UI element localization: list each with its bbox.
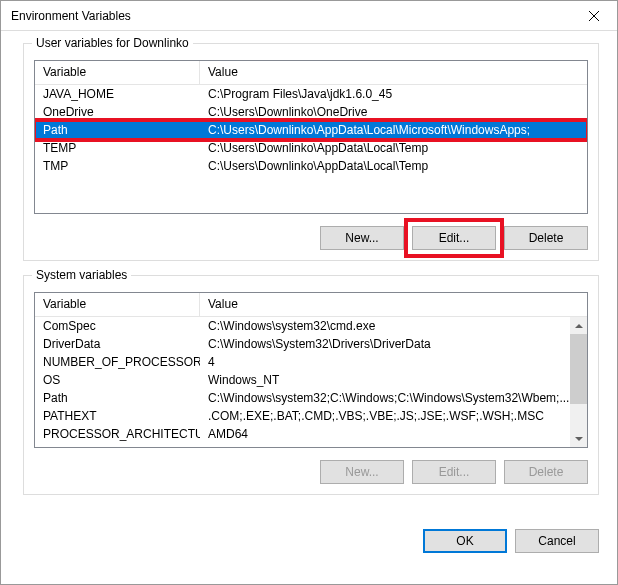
user-col-value[interactable]: Value xyxy=(200,61,587,84)
system-variables-table[interactable]: Variable Value ComSpec C:\Windows\system… xyxy=(34,292,588,448)
cell-value: C:\Users\Downlinko\AppData\Local\Temp xyxy=(200,141,587,155)
user-delete-button[interactable]: Delete xyxy=(504,226,588,250)
cell-variable: DriverData xyxy=(35,337,200,351)
cell-variable: Path xyxy=(35,123,200,137)
system-delete-button[interactable]: Delete xyxy=(504,460,588,484)
system-col-variable[interactable]: Variable xyxy=(35,293,200,316)
system-table-body: ComSpec C:\Windows\system32\cmd.exe Driv… xyxy=(35,317,570,443)
cell-value: C:\Users\Downlinko\AppData\Local\Temp xyxy=(200,159,587,173)
table-row[interactable]: TMP C:\Users\Downlinko\AppData\Local\Tem… xyxy=(35,157,587,175)
cell-value: 4 xyxy=(200,355,570,369)
cell-variable: PROCESSOR_ARCHITECTURE xyxy=(35,427,200,441)
scroll-down-icon[interactable] xyxy=(570,430,587,447)
user-table-header: Variable Value xyxy=(35,61,587,85)
system-scrollbar[interactable] xyxy=(570,317,587,447)
system-table-header: Variable Value xyxy=(35,293,587,317)
table-row[interactable]: NUMBER_OF_PROCESSORS 4 xyxy=(35,353,570,371)
table-row-selected[interactable]: Path C:\Users\Downlinko\AppData\Local\Mi… xyxy=(35,121,587,139)
table-row[interactable]: JAVA_HOME C:\Program Files\Java\jdk1.6.0… xyxy=(35,85,587,103)
cell-value: .COM;.EXE;.BAT;.CMD;.VBS;.VBE;.JS;.JSE;.… xyxy=(200,409,570,423)
scroll-up-icon[interactable] xyxy=(570,317,587,334)
cell-variable: JAVA_HOME xyxy=(35,87,200,101)
user-new-button[interactable]: New... xyxy=(320,226,404,250)
window-title: Environment Variables xyxy=(11,9,571,23)
user-col-variable[interactable]: Variable xyxy=(35,61,200,84)
cell-variable: TMP xyxy=(35,159,200,173)
system-col-value[interactable]: Value xyxy=(200,293,570,316)
cell-value: C:\Users\Downlinko\AppData\Local\Microso… xyxy=(200,123,587,137)
user-variables-group: User variables for Downlinko Variable Va… xyxy=(23,43,599,261)
system-edit-button[interactable]: Edit... xyxy=(412,460,496,484)
scroll-thumb[interactable] xyxy=(570,334,587,404)
system-variables-title: System variables xyxy=(32,268,131,282)
table-row[interactable]: DriverData C:\Windows\System32\Drivers\D… xyxy=(35,335,570,353)
user-edit-button[interactable]: Edit... xyxy=(412,226,496,250)
cell-value: C:\Windows\system32\cmd.exe xyxy=(200,319,570,333)
system-button-row: New... Edit... Delete xyxy=(34,460,588,484)
close-icon xyxy=(589,11,599,21)
table-row[interactable]: ComSpec C:\Windows\system32\cmd.exe xyxy=(35,317,570,335)
user-variables-title: User variables for Downlinko xyxy=(32,36,193,50)
cell-value: C:\Windows\System32\Drivers\DriverData xyxy=(200,337,570,351)
table-row[interactable]: OS Windows_NT xyxy=(35,371,570,389)
table-row[interactable]: PATHEXT .COM;.EXE;.BAT;.CMD;.VBS;.VBE;.J… xyxy=(35,407,570,425)
cell-value: C:\Program Files\Java\jdk1.6.0_45 xyxy=(200,87,587,101)
cell-value: C:\Users\Downlinko\OneDrive xyxy=(200,105,587,119)
user-variables-table[interactable]: Variable Value JAVA_HOME C:\Program File… xyxy=(34,60,588,214)
cell-value: C:\Windows\system32;C:\Windows;C:\Window… xyxy=(200,391,570,405)
cell-variable: PATHEXT xyxy=(35,409,200,423)
titlebar: Environment Variables xyxy=(1,1,617,31)
cell-variable: TEMP xyxy=(35,141,200,155)
cell-variable: Path xyxy=(35,391,200,405)
cell-variable: ComSpec xyxy=(35,319,200,333)
dialog-button-row: OK Cancel xyxy=(1,523,617,567)
table-row[interactable]: PROCESSOR_ARCHITECTURE AMD64 xyxy=(35,425,570,443)
table-row[interactable]: OneDrive C:\Users\Downlinko\OneDrive xyxy=(35,103,587,121)
system-variables-group: System variables Variable Value ComSpec … xyxy=(23,275,599,495)
ok-button[interactable]: OK xyxy=(423,529,507,553)
table-row[interactable]: TEMP C:\Users\Downlinko\AppData\Local\Te… xyxy=(35,139,587,157)
close-button[interactable] xyxy=(571,1,617,31)
cell-value: Windows_NT xyxy=(200,373,570,387)
user-table-body: JAVA_HOME C:\Program Files\Java\jdk1.6.0… xyxy=(35,85,587,175)
cell-variable: NUMBER_OF_PROCESSORS xyxy=(35,355,200,369)
table-row[interactable]: Path C:\Windows\system32;C:\Windows;C:\W… xyxy=(35,389,570,407)
cell-value: AMD64 xyxy=(200,427,570,441)
system-new-button[interactable]: New... xyxy=(320,460,404,484)
user-button-row: New... Edit... Delete xyxy=(34,226,588,250)
cell-variable: OS xyxy=(35,373,200,387)
cancel-button[interactable]: Cancel xyxy=(515,529,599,553)
cell-variable: OneDrive xyxy=(35,105,200,119)
